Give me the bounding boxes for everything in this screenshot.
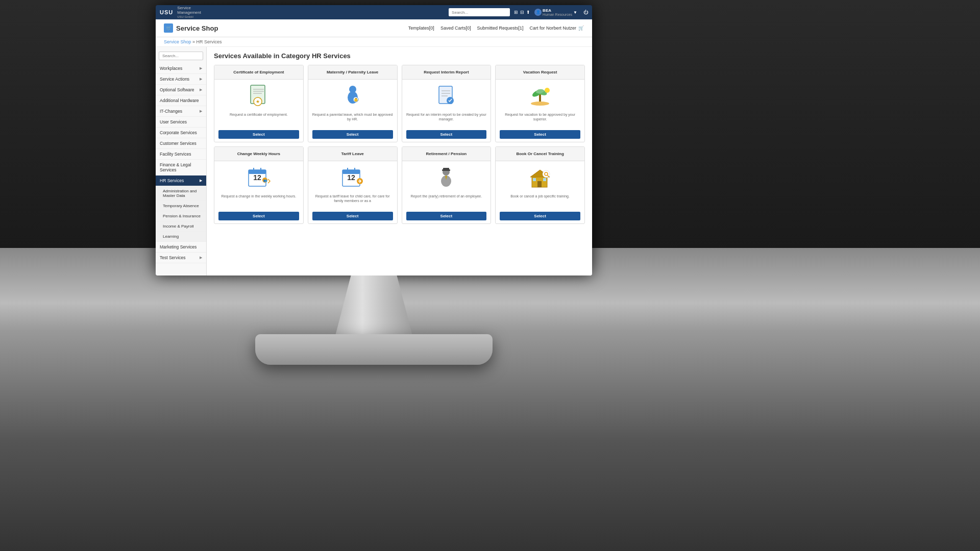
sidebar-item-hr-services[interactable]: HR Services ▶ xyxy=(156,176,206,186)
service-card-cert: Certificate of Employment xyxy=(214,65,304,142)
svg-rect-40 xyxy=(537,181,542,187)
submitted-requests-link[interactable]: Submitted Requests[1] xyxy=(477,26,523,31)
sidebar-item-income-payroll[interactable]: Income & Payroll xyxy=(156,221,206,232)
body-layout: Workplaces ▶ Service Actions ▶ Optional … xyxy=(156,47,592,276)
select-button-maternity[interactable]: Select xyxy=(312,130,393,139)
service-card-title: Vacation Request xyxy=(496,65,584,80)
service-card-body: Request for vacation to be approved by y… xyxy=(496,80,584,126)
sidebar-search-input[interactable] xyxy=(159,52,203,60)
sidebar-item-pension-insurance[interactable]: Pension & Insurance xyxy=(156,211,206,221)
chevron-right-icon: ▶ xyxy=(200,256,202,260)
select-button-retirement[interactable]: Select xyxy=(406,212,487,220)
avatar: 👤 xyxy=(534,9,542,16)
select-button-vacation[interactable]: Select xyxy=(500,130,580,139)
monitor-stand-neck xyxy=(316,276,431,342)
sidebar-item-additional-hardware[interactable]: Additional Hardware xyxy=(156,95,206,106)
service-icon-tariff: 12 xyxy=(340,165,365,191)
service-card-retirement: Retirement / Pension xyxy=(402,146,492,224)
service-card-title: Tariff Leave xyxy=(308,147,397,161)
service-card-interim: Request Interim Report xyxy=(402,65,492,142)
select-button-weekly[interactable]: Select xyxy=(218,212,299,220)
service-card-vacation: Vacation Request xyxy=(495,65,585,142)
sidebar-item-it-changes[interactable]: IT-Changes ▶ xyxy=(156,106,206,117)
sidebar: Workplaces ▶ Service Actions ▶ Optional … xyxy=(156,47,207,276)
sidebar-item-service-actions[interactable]: Service Actions ▶ xyxy=(156,74,206,85)
app-bar-icons: ⊞ ⊟ ⬆ xyxy=(514,10,530,15)
cart-icon: 🛒 xyxy=(578,26,584,31)
service-card-footer: Select xyxy=(308,207,397,223)
service-icon-report xyxy=(433,84,459,109)
grid-icon[interactable]: ⊞ xyxy=(514,10,518,15)
service-card-maternity: Maternity / Paternity Leave 👶 xyxy=(308,65,398,142)
svg-text:👶: 👶 xyxy=(353,97,358,102)
select-button-interim[interactable]: Select xyxy=(406,130,487,139)
shop-header: 🛒 Service Shop Templates[0] Saved Carts[… xyxy=(156,19,592,37)
sidebar-item-corporate-services[interactable]: Corporate Services xyxy=(156,128,206,138)
service-icon-cert: ★ xyxy=(246,84,272,109)
service-icon-hours: 12 👥 xyxy=(246,165,272,191)
global-search-input[interactable] xyxy=(449,8,510,16)
chevron-right-icon: ▶ xyxy=(200,179,202,183)
service-card-training: Book Or Cancel Training xyxy=(495,146,585,224)
app-subtitle: Service Management USU GmbH xyxy=(177,6,201,19)
cart-button[interactable]: Cart for Norbert Nutzer 🛒 xyxy=(529,26,584,31)
select-button-tariff[interactable]: Select xyxy=(312,212,393,220)
monitor-stand-base xyxy=(255,334,493,365)
svg-text:★: ★ xyxy=(256,99,260,104)
service-card-body: 12 👥 Request a change in the weekly work… xyxy=(214,161,303,207)
user-menu[interactable]: 👤 BEA Human Resources ▼ xyxy=(534,8,577,16)
sidebar-item-marketing[interactable]: Marketing Services xyxy=(156,242,206,253)
upload-icon[interactable]: ⬆ xyxy=(526,10,530,15)
app-logo: USU xyxy=(160,9,173,15)
templates-link[interactable]: Templates[0] xyxy=(408,26,434,31)
sidebar-item-user-services[interactable]: User Services xyxy=(156,117,206,128)
sidebar-item-optional-software[interactable]: Optional Software ▶ xyxy=(156,85,206,95)
service-card-footer: Select xyxy=(308,126,397,142)
sidebar-search-container xyxy=(156,47,206,63)
shop-nav: Templates[0] Saved Carts[0] Submitted Re… xyxy=(408,26,584,31)
breadcrumb: Service Shop » HR Services xyxy=(156,37,592,47)
sidebar-item-admin-master[interactable]: Administration and Master Data xyxy=(156,186,206,201)
chevron-right-icon: ▶ xyxy=(200,88,202,92)
sidebar-item-customer-services[interactable]: Customer Services xyxy=(156,138,206,149)
shop-icon: 🛒 xyxy=(164,23,173,33)
sidebar-item-temp-absence[interactable]: Temporary Absence xyxy=(156,201,206,211)
service-icon-vacation xyxy=(527,84,553,109)
service-desc: Request for an interim report to be crea… xyxy=(406,112,487,121)
service-card-title: Request Interim Report xyxy=(402,65,491,80)
service-desc: Report the (early) retirement of an empl… xyxy=(411,194,482,198)
service-card-body: Book or cancel a job specific training. xyxy=(496,161,584,207)
user-info: BEA Human Resources xyxy=(543,8,572,16)
service-icon-retirement xyxy=(433,165,459,191)
sidebar-item-finance-legal[interactable]: Finance & Legal Services xyxy=(156,160,206,176)
services-grid: Certificate of Employment xyxy=(214,65,585,224)
sidebar-item-workplaces[interactable]: Workplaces ▶ xyxy=(156,63,206,74)
service-card-tariff: Tariff Leave 12 xyxy=(308,146,398,224)
breadcrumb-root[interactable]: Service Shop xyxy=(164,39,191,44)
service-card-footer: Select xyxy=(214,207,303,223)
service-card-body: 12 Request a tariff leave for child care… xyxy=(308,161,397,207)
svg-rect-41 xyxy=(533,178,536,181)
apps-icon[interactable]: ⊟ xyxy=(520,10,524,15)
service-card-title: Book Or Cancel Training xyxy=(496,147,584,161)
chevron-right-icon: ▶ xyxy=(200,77,202,81)
service-card-title: Retirement / Pension xyxy=(402,147,491,161)
category-title: Services Available in Category HR Servic… xyxy=(214,52,585,60)
saved-carts-link[interactable]: Saved Carts[0] xyxy=(440,26,471,31)
service-card-footer: Select xyxy=(402,207,491,223)
logout-icon[interactable]: ⏻ xyxy=(583,10,588,15)
sidebar-item-facility-services[interactable]: Facility Services xyxy=(156,149,206,160)
app-bar: USU Service Management USU GmbH ⊞ ⊟ ⬆ 👤 … xyxy=(156,5,592,19)
service-card-footer: Select xyxy=(496,207,584,223)
service-card-body: 👶 Request a parental leave, which must b… xyxy=(308,80,397,126)
sidebar-item-test-services[interactable]: Test Services ▶ xyxy=(156,253,206,263)
select-button-cert[interactable]: Select xyxy=(218,130,299,139)
chevron-right-icon: ▶ xyxy=(200,66,202,70)
sidebar-item-learning[interactable]: Learning xyxy=(156,232,206,242)
svg-rect-42 xyxy=(543,178,546,181)
svg-rect-36 xyxy=(443,168,449,170)
shop-title: 🛒 Service Shop xyxy=(164,23,218,33)
svg-text:12: 12 xyxy=(347,173,355,182)
user-dropdown-icon[interactable]: ▼ xyxy=(573,10,577,15)
select-button-training[interactable]: Select xyxy=(500,212,580,220)
